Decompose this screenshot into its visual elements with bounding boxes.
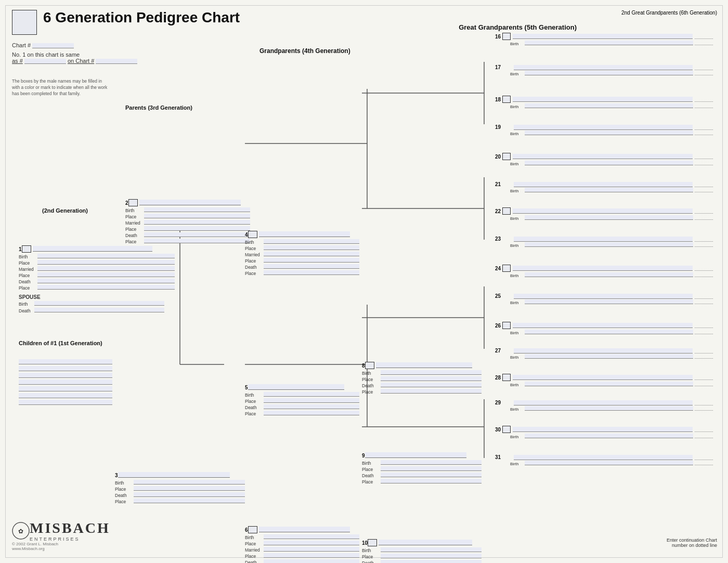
p19-birth[interactable] xyxy=(525,130,693,135)
p6-place1[interactable] xyxy=(264,541,359,545)
p2-place2[interactable] xyxy=(144,226,250,231)
p10-birth[interactable] xyxy=(381,547,482,552)
p25-name[interactable] xyxy=(514,294,693,299)
p29-birth[interactable] xyxy=(525,406,693,411)
person-9-name[interactable] xyxy=(365,452,466,458)
person-10-name[interactable] xyxy=(379,540,472,545)
p19-birth-cont[interactable] xyxy=(695,130,713,135)
child-6-line[interactable] xyxy=(19,393,112,398)
p19-cont[interactable] xyxy=(695,125,713,130)
p2-birth[interactable] xyxy=(144,207,250,212)
p30-name[interactable] xyxy=(513,427,693,432)
p5-place2[interactable] xyxy=(264,411,359,415)
p21-birth[interactable] xyxy=(525,188,693,192)
child-5-line[interactable] xyxy=(19,386,112,391)
p16-birth-cont[interactable] xyxy=(695,41,713,45)
p8-death[interactable] xyxy=(381,383,482,387)
p31-cont[interactable] xyxy=(695,455,713,460)
person-3-name[interactable] xyxy=(118,472,230,478)
chart-num-input[interactable] xyxy=(32,43,74,48)
p6-birth[interactable] xyxy=(264,534,359,539)
child-7-line[interactable] xyxy=(19,400,112,405)
same-as-num-input[interactable] xyxy=(24,59,66,64)
p20-birth-cont[interactable] xyxy=(695,161,713,165)
p26-name[interactable] xyxy=(513,323,693,328)
p16-birth[interactable] xyxy=(525,41,693,45)
p22-birth[interactable] xyxy=(525,215,693,220)
p27-birth[interactable] xyxy=(525,354,693,359)
p17-name[interactable] xyxy=(514,65,693,70)
p2-place3[interactable] xyxy=(144,239,250,243)
p28-birth[interactable] xyxy=(525,382,693,386)
p8-place2[interactable] xyxy=(381,389,482,394)
p24-name[interactable] xyxy=(513,266,693,271)
p24-birth-cont[interactable] xyxy=(695,272,713,277)
p4-place2[interactable] xyxy=(264,258,359,263)
p28-birth-cont[interactable] xyxy=(695,382,713,386)
p21-name[interactable] xyxy=(514,182,693,187)
p31-birth[interactable] xyxy=(525,461,693,465)
p20-birth[interactable] xyxy=(525,161,693,165)
p31-name[interactable] xyxy=(514,455,693,460)
p8-birth[interactable] xyxy=(381,370,482,375)
p23-cont[interactable] xyxy=(695,237,713,242)
p23-birth-cont[interactable] xyxy=(695,242,713,247)
p25-birth-cont[interactable] xyxy=(695,299,713,304)
p23-birth[interactable] xyxy=(525,242,693,247)
child-1-line[interactable] xyxy=(19,359,112,364)
p6-place2[interactable] xyxy=(264,553,359,558)
p6-death[interactable] xyxy=(264,559,359,563)
p17-birth-cont[interactable] xyxy=(695,71,713,75)
p17-cont[interactable] xyxy=(695,65,713,70)
p1-birth[interactable] xyxy=(37,254,175,258)
p18-name[interactable] xyxy=(513,97,693,102)
child-4-line[interactable] xyxy=(19,379,112,385)
p3-birth[interactable] xyxy=(134,480,245,485)
p5-place1[interactable] xyxy=(264,398,359,403)
person-2-name[interactable] xyxy=(139,200,241,205)
p9-birth[interactable] xyxy=(381,460,482,465)
p30-birth[interactable] xyxy=(525,434,693,438)
p22-birth-cont[interactable] xyxy=(695,215,713,220)
p26-birth[interactable] xyxy=(525,330,693,334)
p3-death[interactable] xyxy=(134,492,245,497)
p2-married[interactable] xyxy=(144,220,250,225)
p16-name[interactable] xyxy=(513,34,693,39)
p4-place1[interactable] xyxy=(264,245,359,250)
p18-birth-cont[interactable] xyxy=(695,103,713,108)
p3-place2[interactable] xyxy=(134,499,245,503)
p24-birth[interactable] xyxy=(525,272,693,277)
p2-place1[interactable] xyxy=(144,214,250,218)
p3-place1[interactable] xyxy=(134,486,245,491)
p25-cont[interactable] xyxy=(695,294,713,299)
p1-place3[interactable] xyxy=(37,285,175,290)
p27-name[interactable] xyxy=(514,348,693,353)
person-6-name[interactable] xyxy=(259,527,350,532)
p6-married[interactable] xyxy=(264,547,359,552)
p1-married[interactable] xyxy=(37,266,175,271)
p9-death[interactable] xyxy=(381,473,482,477)
p29-birth-cont[interactable] xyxy=(695,406,713,411)
p22-name[interactable] xyxy=(513,208,693,214)
spouse-death-input[interactable] xyxy=(34,308,164,312)
p1-death[interactable] xyxy=(37,279,175,283)
p4-married[interactable] xyxy=(264,252,359,256)
p21-cont[interactable] xyxy=(695,182,713,187)
p28-cont[interactable] xyxy=(695,375,713,380)
p10-place1[interactable] xyxy=(381,554,482,558)
p27-cont[interactable] xyxy=(695,348,713,353)
person-8-name[interactable] xyxy=(376,362,472,368)
p25-birth[interactable] xyxy=(525,299,693,304)
p4-birth[interactable] xyxy=(264,239,359,244)
p26-cont[interactable] xyxy=(695,323,713,328)
p4-death[interactable] xyxy=(264,264,359,269)
p4-place3[interactable] xyxy=(264,270,359,275)
p26-birth-cont[interactable] xyxy=(695,330,713,334)
p22-cont[interactable] xyxy=(695,208,713,214)
child-3-line[interactable] xyxy=(19,373,112,378)
p17-birth[interactable] xyxy=(525,71,693,75)
p9-place1[interactable] xyxy=(381,466,482,471)
p16-cont[interactable] xyxy=(695,34,713,39)
p29-cont[interactable] xyxy=(695,400,713,405)
person-4-name[interactable] xyxy=(259,231,350,237)
